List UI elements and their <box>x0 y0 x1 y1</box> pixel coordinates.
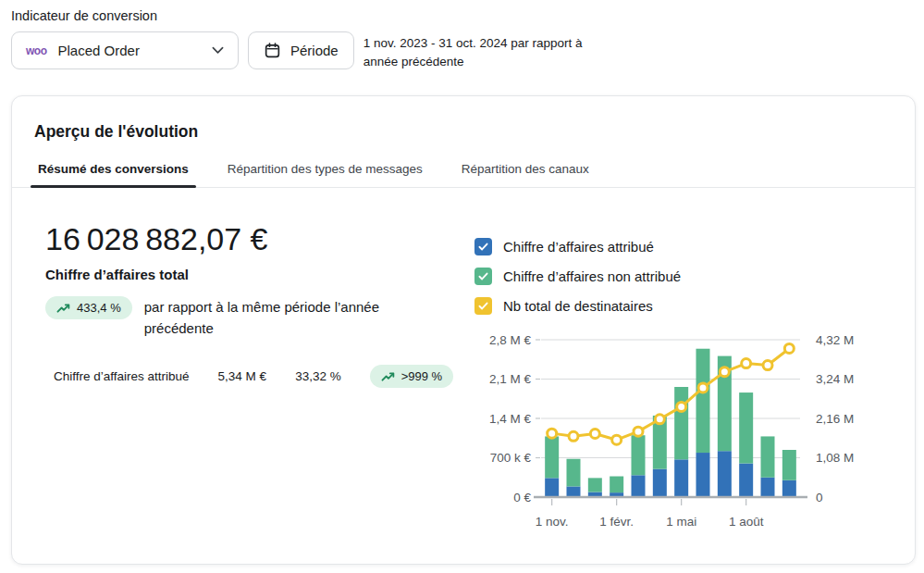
bar-attributed[interactable] <box>653 469 667 497</box>
total-revenue-value: 16 028 882,07 € <box>45 221 474 257</box>
recipients-line-marker[interactable] <box>569 431 578 441</box>
change-badge: 433,4 % <box>45 296 132 319</box>
period-button-label: Période <box>290 43 339 58</box>
change-badge-value: 433,4 % <box>77 301 121 315</box>
bar-attributed[interactable] <box>545 478 559 497</box>
conversion-metric-dropdown[interactable]: woo Placed Order <box>11 31 239 69</box>
tab-label: Répartition des canaux <box>462 162 589 176</box>
chart-column: Chiffre d’affaires attribué Chiffre d’af… <box>474 221 895 539</box>
attributed-change-badge: >999 % <box>370 365 453 388</box>
recipients-line-marker[interactable] <box>698 383 708 392</box>
recipients-line-marker[interactable] <box>677 402 686 411</box>
right-axis-label: 1,08 M <box>816 451 854 465</box>
bar-attributed[interactable] <box>782 480 796 497</box>
legend-item-non-attributed: Chiffre d’affaires non attribué <box>474 268 895 285</box>
bar-non-attributed[interactable] <box>545 436 559 478</box>
legend-label: Chiffre d’affaires attribué <box>503 239 654 255</box>
x-axis-label: 1 août <box>729 515 764 529</box>
woocommerce-icon: woo <box>26 44 47 57</box>
period-button[interactable]: Période <box>248 31 354 69</box>
chart-area: 0 €0700 k €1,08 M1,4 M €2,16 M2,1 M €3,2… <box>474 327 895 539</box>
recipients-line-marker[interactable] <box>612 435 622 444</box>
right-axis-label: 3,24 M <box>816 372 854 386</box>
recipients-line <box>552 348 790 440</box>
check-icon <box>477 270 489 282</box>
right-axis-label: 4,32 M <box>816 333 854 347</box>
bar-non-attributed[interactable] <box>782 450 796 480</box>
legend-item-attributed: Chiffre d’affaires attribué <box>474 238 895 255</box>
x-axis-label: 1 mai <box>666 515 696 529</box>
recipients-line-marker[interactable] <box>655 415 664 424</box>
summary-column: 16 028 882,07 € Chiffre d’affaires total… <box>45 221 474 539</box>
bar-non-attributed[interactable] <box>610 477 623 493</box>
card-title: Aperçu de l'évolution <box>12 96 915 142</box>
trend-up-icon <box>381 370 395 382</box>
page: Indicateur de conversion woo Placed Orde… <box>0 0 924 573</box>
conversion-metric-value: Placed Order <box>58 43 213 58</box>
tab-content: 16 028 882,07 € Chiffre d’affaires total… <box>12 188 915 539</box>
bar-attributed[interactable] <box>674 459 688 497</box>
left-axis-label: 1,4 M € <box>489 412 532 426</box>
revenue-recipients-chart: 0 €0700 k €1,08 M1,4 M €2,16 M2,1 M €3,2… <box>474 327 895 535</box>
left-axis-label: 0 € <box>513 491 531 504</box>
date-range-text: 1 nov. 2023 - 31 oct. 2024 par rapport à… <box>363 31 583 71</box>
chart-legend: Chiffre d’affaires attribué Chiffre d’af… <box>474 238 895 315</box>
bar-non-attributed[interactable] <box>588 478 602 492</box>
bar-non-attributed[interactable] <box>696 349 710 453</box>
tab-repartition-types-messages[interactable]: Répartition des types de messages <box>220 162 430 187</box>
change-row: 433,4 % par rapport à la même période l’… <box>45 296 474 339</box>
x-axis-label: 1 nov. <box>536 515 569 529</box>
bar-attributed[interactable] <box>632 475 646 497</box>
recipients-line-marker[interactable] <box>548 429 557 438</box>
bar-non-attributed[interactable] <box>567 459 581 487</box>
recipients-line-marker[interactable] <box>590 430 599 439</box>
check-icon <box>477 241 489 253</box>
attributed-revenue-value: 5,34 M € <box>218 369 267 383</box>
calendar-icon <box>264 42 281 59</box>
evolution-card: Aperçu de l'évolution Résumé des convers… <box>11 95 916 565</box>
legend-label: Chiffre d’affaires non attribué <box>503 268 681 284</box>
attributed-revenue-label: Chiffre d’affaires attribué <box>54 369 190 383</box>
topbar: Indicateur de conversion woo Placed Orde… <box>0 0 924 71</box>
conversion-metric-label: Indicateur de conversion <box>11 8 913 23</box>
bar-attributed[interactable] <box>696 453 710 497</box>
legend-item-recipients: Nb total de destinataires <box>474 297 895 315</box>
attributed-revenue-share: 33,32 % <box>295 369 341 383</box>
bar-non-attributed[interactable] <box>761 436 775 477</box>
x-axis-label: 1 févr. <box>599 515 634 529</box>
bar-non-attributed[interactable] <box>674 387 688 459</box>
right-axis-label: 2,16 M <box>816 412 854 426</box>
chevron-down-icon <box>212 46 224 55</box>
trend-up-icon <box>56 302 70 314</box>
recipients-line-marker[interactable] <box>634 427 643 436</box>
tab-repartition-canaux[interactable]: Répartition des canaux <box>454 162 597 187</box>
checkbox-non-attributed-revenue[interactable] <box>474 268 492 285</box>
tab-resume-des-conversions[interactable]: Résumé des conversions <box>31 162 196 187</box>
legend-label: Nb total de destinataires <box>503 298 653 314</box>
bar-attributed[interactable] <box>718 451 732 497</box>
tabs: Résumé des conversions Répartition des t… <box>12 142 915 188</box>
tab-label: Résumé des conversions <box>38 162 189 176</box>
attributed-revenue-row: Chiffre d’affaires attribué 5,34 M € 33,… <box>45 365 474 388</box>
bar-non-attributed[interactable] <box>632 435 646 475</box>
left-axis-label: 700 k € <box>490 451 532 465</box>
left-axis-label: 2,8 M € <box>489 333 532 347</box>
recipients-line-marker[interactable] <box>742 359 751 368</box>
recipients-line-marker[interactable] <box>763 361 772 370</box>
bar-attributed[interactable] <box>567 486 581 497</box>
bar-attributed[interactable] <box>739 464 753 497</box>
left-axis-label: 2,1 M € <box>489 372 532 386</box>
date-range-line2: année précédente <box>363 53 583 71</box>
checkbox-attributed-revenue[interactable] <box>474 238 492 255</box>
bar-non-attributed[interactable] <box>739 392 753 464</box>
controls-row: woo Placed Order Période 1 nov. 2023 - 3 <box>11 31 913 71</box>
right-axis-label: 0 <box>816 491 823 504</box>
check-icon <box>477 300 489 312</box>
checkbox-total-recipients[interactable] <box>474 297 492 315</box>
recipients-line-marker[interactable] <box>720 367 729 377</box>
comparison-text: par rapport à la même période l’année pr… <box>144 296 422 339</box>
bar-attributed[interactable] <box>761 478 775 497</box>
attributed-change-badge-value: >999 % <box>401 369 442 383</box>
total-revenue-label: Chiffre d’affaires total <box>45 267 474 282</box>
recipients-line-marker[interactable] <box>784 343 794 353</box>
